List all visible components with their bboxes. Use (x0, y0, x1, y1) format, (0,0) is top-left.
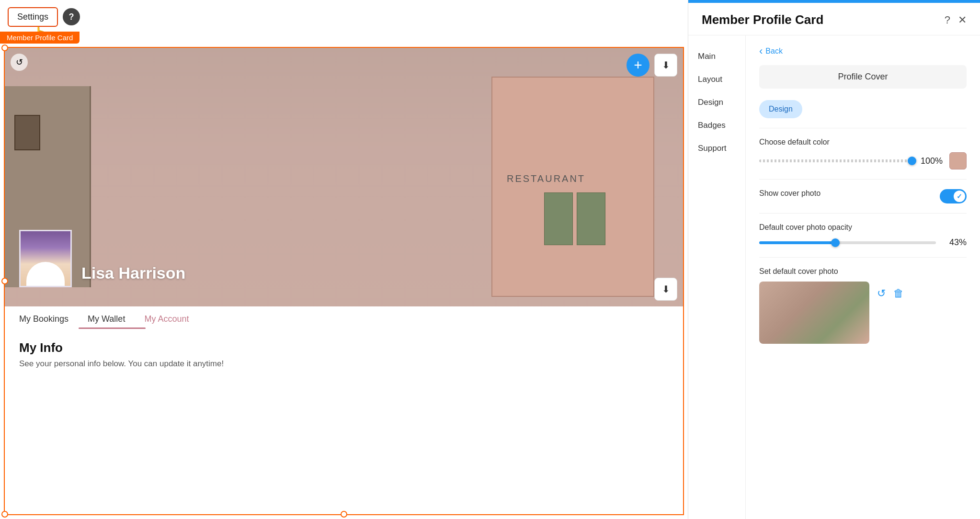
tab-my-bookings[interactable]: My Bookings (19, 314, 68, 329)
nav-item-badges[interactable]: Badges (688, 114, 745, 137)
color-slider-value: 100% (919, 156, 943, 166)
right-panel-title: Member Profile Card (702, 12, 823, 27)
tab-my-wallet[interactable]: My Wallet (88, 314, 125, 329)
nav-item-layout[interactable]: Layout (688, 68, 745, 91)
cover-photo-label: Set default cover photo (759, 267, 967, 276)
building-pink (491, 77, 654, 297)
download-icon: ⬇ (662, 59, 670, 71)
cover-add-button[interactable]: + (627, 54, 650, 77)
right-help-icon: ? (945, 14, 950, 26)
opacity-slider-row: 43% (759, 237, 967, 248)
color-setting-label: Choose default color (759, 138, 967, 147)
resize-handle-bm[interactable] (341, 511, 347, 518)
cover-thumb-inner (759, 282, 869, 344)
reload-icon: ↺ (16, 57, 23, 68)
bottom-download-button[interactable]: ⬇ (654, 278, 677, 301)
cover-actions: + ⬇ (627, 54, 677, 77)
right-close-icon: ✕ (958, 14, 967, 26)
opacity-slider-track[interactable] (759, 241, 936, 244)
toolbar: Settings ? 👆 (0, 0, 688, 34)
opacity-setting-row: Default cover photo opacity 43% (759, 223, 967, 248)
right-header-actions: ? ✕ (945, 14, 967, 26)
refresh-icon: ↺ (877, 287, 886, 299)
right-panel: Member Profile Card ? ✕ Main Layout Desi… (688, 0, 980, 519)
trash-icon: 🗑 (893, 287, 904, 299)
help-button[interactable]: ? (63, 8, 80, 25)
member-profile-badge: Member Profile Card (0, 32, 80, 44)
color-slider-row: 100% (759, 152, 967, 169)
profile-name: Lisa Harrison (81, 264, 185, 282)
avatar-face (21, 231, 70, 286)
divider-1 (759, 128, 967, 128)
cover-thumb-actions: ↺ 🗑 (877, 287, 904, 300)
nav-item-main[interactable]: Main (688, 45, 745, 68)
nav-tabs: My Bookings My Wallet My Account (5, 306, 683, 329)
resize-handle-ml[interactable] (1, 278, 8, 284)
toggle-knob: ✓ (954, 191, 965, 202)
color-slider-thumb[interactable] (908, 157, 916, 165)
right-close-button[interactable]: ✕ (958, 14, 967, 26)
cover-toggle-row: Show cover photo ✓ (759, 189, 967, 203)
shutters (544, 192, 605, 245)
opacity-slider-thumb[interactable] (831, 238, 840, 247)
resize-handle-tl[interactable] (1, 45, 8, 51)
color-slider-track[interactable] (759, 159, 912, 162)
content-subtitle: See your personal info below. You can up… (19, 359, 669, 369)
tab-my-account[interactable]: My Account (144, 314, 189, 329)
cover-download-button[interactable]: ⬇ (654, 54, 677, 77)
right-header: Member Profile Card ? ✕ (688, 3, 980, 35)
opacity-slider-value: 43% (943, 237, 967, 248)
opacity-setting-label: Default cover photo opacity (759, 223, 967, 232)
right-nav: Main Layout Design Badges Support (688, 35, 746, 519)
left-panel: Settings ? 👆 Member Profile Card (0, 0, 688, 519)
design-nav-pills: Design (759, 100, 967, 118)
color-setting-row: Choose default color 100% (759, 138, 967, 169)
right-help-button[interactable]: ? (945, 14, 950, 26)
cover-refresh-button[interactable]: ↺ (877, 287, 886, 300)
pill-design[interactable]: Design (759, 100, 802, 118)
cover-toggle-label: Show cover photo (759, 189, 820, 198)
divider-2 (759, 179, 967, 180)
color-swatch[interactable] (949, 152, 967, 169)
widget-container: + ⬇ ↺ Lisa Harrison ⬇ (4, 47, 684, 515)
divider-4 (759, 257, 967, 258)
back-button[interactable]: Back (759, 45, 783, 57)
profile-avatar (19, 230, 72, 287)
cover-photo-toggle[interactable]: ✓ (940, 189, 967, 203)
cover-toggle-inner: Show cover photo ✓ (759, 189, 967, 203)
right-content: Back Profile Cover Design Choose default… (746, 35, 980, 519)
cover-reload-button[interactable]: ↺ (11, 54, 28, 71)
download-icon-bottom: ⬇ (662, 283, 670, 295)
settings-label: Settings (17, 12, 48, 22)
tab-indicator (79, 327, 146, 329)
nav-item-design[interactable]: Design (688, 91, 745, 114)
divider-3 (759, 213, 967, 214)
help-icon: ? (69, 12, 74, 22)
cover-delete-button[interactable]: 🗑 (893, 287, 904, 300)
cover-area: + ⬇ ↺ Lisa Harrison ⬇ (5, 48, 683, 306)
settings-button[interactable]: Settings (8, 7, 58, 27)
cover-thumbnail[interactable] (759, 282, 869, 344)
right-body: Main Layout Design Badges Support Back P… (688, 35, 980, 519)
resize-handle-bl[interactable] (1, 511, 8, 518)
cover-photo-row: Set default cover photo ↺ 🗑 (759, 267, 967, 344)
content-area: My Info See your personal info below. Yo… (5, 329, 683, 380)
section-heading: Profile Cover (759, 65, 967, 89)
content-title: My Info (19, 340, 669, 355)
nav-item-support[interactable]: Support (688, 137, 745, 160)
plus-icon: + (634, 57, 642, 73)
avatar-torso (26, 262, 65, 286)
opacity-slider-fill (759, 241, 835, 244)
